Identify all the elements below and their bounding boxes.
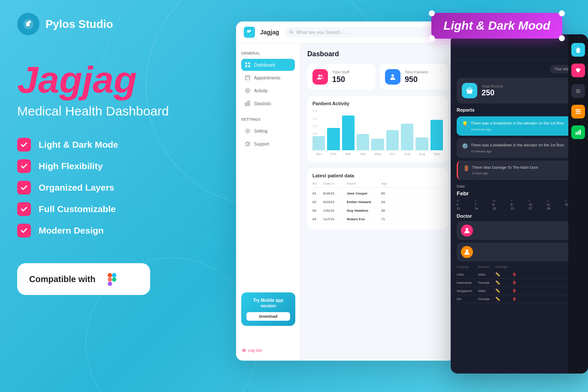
sidebar-label-statistic: Stastistic: [254, 101, 271, 106]
badge-dot-br: [559, 35, 565, 41]
report-card-3: 🚪 There Was Damage To The Main Door 2 ho…: [457, 161, 582, 180]
dth-settings: Settings: [495, 265, 525, 269]
row1-date: 8/16/21: [323, 191, 347, 195]
stat-value-patient: 950: [405, 75, 428, 84]
bar-jul: [401, 124, 413, 150]
cal-d8: 8: [493, 203, 510, 206]
edit-icon-1[interactable]: ✏️: [495, 272, 512, 277]
dark-content: This Week Total Rooms 250: [451, 60, 588, 308]
nav-icon-list[interactable]: [571, 105, 585, 119]
report-time-1: 10 minutes ago: [471, 128, 564, 132]
table-row: 01 8/16/21 Jane Cooper 60: [312, 189, 443, 198]
dark-table-row-4: UK Female ✏️ 🗑: [457, 295, 582, 303]
nav-icon-home[interactable]: [571, 43, 585, 57]
logout-button[interactable]: Log Out: [241, 348, 262, 352]
row3-no: 03: [312, 209, 323, 213]
product-subtitle: Medical Health Dashboard: [17, 104, 210, 119]
svg-rect-11: [247, 30, 249, 33]
edit-icon-2[interactable]: ✏️: [495, 280, 512, 285]
cal-d27: 27: [529, 207, 546, 210]
nav-icon-heart[interactable]: [571, 64, 585, 77]
row3-name: Guy Hawkins: [347, 209, 381, 213]
svg-point-34: [391, 74, 394, 77]
sidebar-label-appointments: Appointments: [254, 76, 280, 80]
table-title: Latest patient data: [312, 173, 443, 178]
sidebar-item-activity[interactable]: Activity: [241, 85, 295, 97]
sidebar-section-settings: Settings: [241, 117, 295, 122]
delete-icon-4[interactable]: 🗑: [512, 297, 525, 301]
label-may: May: [371, 152, 384, 156]
svg-point-39: [466, 249, 468, 252]
dth-country: Country: [457, 265, 478, 269]
label-apr: Apr: [357, 152, 369, 156]
calendar-title: Date: [457, 184, 582, 188]
app-brand: Jagjag: [260, 29, 279, 36]
sidebar-item-support[interactable]: Support: [241, 138, 295, 150]
table-header: No Date In Name Age: [312, 182, 443, 188]
row2-name: Esther Howard: [347, 200, 381, 204]
search-bar[interactable]: What are you Search . . . .: [284, 27, 447, 37]
table-row: 04 11/7/21 Robert Fox 71: [312, 215, 443, 224]
dark-stat-icon-rooms: [462, 83, 477, 98]
delete-icon-3[interactable]: 🗑: [512, 289, 525, 293]
svg-rect-26: [247, 102, 248, 106]
table-row: 03 1/31/21 Guy Hawkins 30: [312, 207, 443, 215]
report-icon-1: 💡: [462, 121, 468, 128]
dtr2-gender: Female: [478, 281, 495, 285]
edit-icon-3[interactable]: ✏️: [495, 289, 512, 293]
nav-icon-menu[interactable]: [571, 84, 585, 98]
cal-dow-s: S: [547, 199, 564, 202]
sidebar-item-setting[interactable]: Setting: [241, 125, 295, 137]
cal-d13: 13: [457, 207, 474, 210]
check-badge-5: [17, 224, 31, 237]
light-header: Jagjag What are you Search . . . .: [236, 21, 455, 43]
cal-dow-w: W: [493, 199, 510, 202]
delete-icon-1[interactable]: 🗑: [512, 272, 525, 277]
dtr4-country: UK: [457, 297, 478, 301]
svg-rect-27: [249, 101, 250, 106]
dark-stat-value: 250: [482, 88, 503, 97]
dtr3-country: Singapore: [457, 289, 478, 293]
cal-dow-th: T: [511, 199, 528, 202]
compatible-text: Compatible with: [29, 274, 95, 284]
report-card-2: ⚙️ There was a breakdown in the elevator…: [457, 138, 582, 158]
svg-point-13: [290, 30, 292, 33]
figma-icon: [104, 271, 120, 287]
chart-y-axis: 5004003002001000: [312, 109, 322, 150]
doctor-avatar-2: [461, 246, 473, 258]
dark-stat-card-rooms: Total Rooms 250: [457, 78, 582, 103]
svg-rect-37: [467, 90, 472, 94]
doctor-info-1: [476, 227, 578, 234]
sidebar-item-dashboard[interactable]: Dashboard: [241, 59, 295, 71]
sidebar-item-appointments[interactable]: Appointments: [241, 72, 295, 84]
download-button[interactable]: Download: [246, 312, 290, 321]
report-text-2: There was a breakdown in the elevator on…: [471, 143, 564, 148]
delete-icon-2[interactable]: 🗑: [512, 280, 525, 285]
cal-d9: 9: [511, 203, 528, 206]
check-badge-4: [17, 202, 31, 216]
edit-icon-4[interactable]: ✏️: [495, 297, 512, 301]
stat-info-patient: Total Pantient 950: [405, 70, 428, 84]
chart-labels: Jan Feb Mar Apr May Jun July Aug Sep: [312, 152, 443, 156]
doctor-section: Doctor: [457, 213, 582, 261]
dth-gender: Gender: [478, 265, 495, 269]
svg-rect-6: [108, 273, 112, 277]
svg-rect-9: [112, 273, 116, 277]
cal-dow-f: F: [529, 199, 546, 202]
sidebar-item-statistic[interactable]: Stastistic: [241, 97, 295, 109]
dark-table-row-2: Indonesia Female ✏️ 🗑: [457, 279, 582, 287]
svg-rect-15: [245, 62, 247, 64]
cal-d20: 20: [493, 207, 510, 210]
nav-icon-chart[interactable]: [571, 125, 585, 139]
feature-item-2: High Flexibility: [17, 159, 210, 173]
bar-aug: [415, 137, 428, 150]
cal-d28: 28: [547, 207, 564, 210]
svg-point-10: [112, 277, 116, 282]
svg-point-33: [321, 75, 322, 76]
table-row: 02 9/23/21 Esther Howard 24: [312, 198, 443, 207]
mobile-app-card: Try Mobile app version Download: [241, 292, 295, 326]
doctor-info-2: [476, 248, 578, 256]
stat-icon-patient: [385, 69, 400, 85]
row3-age: 30: [381, 209, 394, 213]
svg-point-28: [247, 130, 249, 132]
